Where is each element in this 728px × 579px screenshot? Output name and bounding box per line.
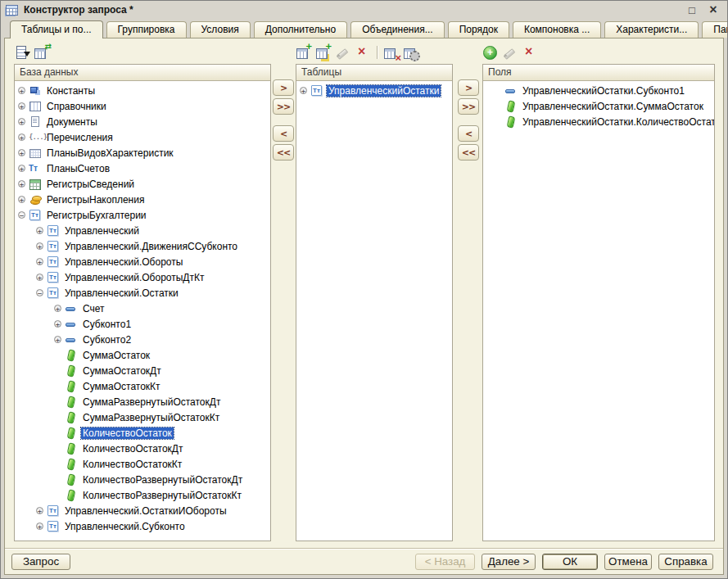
add-description-table-button[interactable]	[315, 45, 332, 60]
query-text-button[interactable]	[14, 45, 30, 60]
fields-list[interactable]: УправленческийОстатки.Субконто1 Управлен…	[483, 81, 714, 541]
edit-field-button[interactable]	[502, 45, 518, 60]
tree-item[interactable]: − Управленческий.Остатки	[15, 285, 270, 301]
tree-item-label: КоличествоОстаток	[81, 427, 174, 439]
tree-item[interactable]: + Управленческий	[15, 223, 270, 238]
plus-expander-icon[interactable]: +	[36, 507, 43, 514]
tree-item[interactable]: + Управленческий.ОстаткиИОбороты	[15, 503, 270, 518]
plus-expander-icon[interactable]: +	[54, 320, 61, 328]
plus-expander-icon[interactable]: +	[36, 227, 43, 234]
tree-item[interactable]: КоличествоОстаток	[15, 425, 270, 441]
plus-expander-icon[interactable]: +	[36, 258, 43, 265]
tree-item[interactable]: + Перечисления	[15, 129, 270, 145]
database-tree[interactable]: + Константы + Справочники + Документы +	[15, 81, 270, 541]
back-button[interactable]: < Назад	[415, 554, 475, 570]
replace-table-button[interactable]	[383, 45, 400, 60]
tab-query-batch[interactable]: Пакет запрос...	[702, 21, 728, 38]
query-button[interactable]: Запрос	[11, 554, 70, 570]
tab-tables-fields[interactable]: Таблицы и по...	[10, 20, 103, 38]
minus-expander-icon[interactable]: −	[36, 289, 43, 296]
cancel-button[interactable]: Отмена	[604, 554, 652, 570]
close-button[interactable]: ×	[706, 2, 721, 17]
delete-table-button[interactable]	[355, 45, 371, 60]
resource-icon	[504, 100, 518, 112]
acc-register-icon	[47, 240, 60, 252]
tree-item-label: Субконто2	[81, 334, 133, 346]
tree-item[interactable]: КоличествоРазвернутыйОстатокДт	[15, 472, 270, 487]
tab-unions[interactable]: Объединения...	[350, 21, 445, 38]
move-field-right-button[interactable]: >	[458, 79, 479, 96]
help-button[interactable]: Справка	[658, 554, 713, 570]
tree-item[interactable]: + Управленческий.Обороты	[15, 254, 270, 269]
plus-expander-icon[interactable]: +	[18, 118, 25, 125]
tree-item[interactable]: + Документы	[15, 114, 270, 129]
tree-item-label: Управленческий.Остатки	[63, 287, 180, 299]
plus-expander-icon[interactable]: +	[18, 180, 25, 188]
tree-item[interactable]: + ПланыСчетов	[15, 161, 270, 176]
add-field-button[interactable]	[482, 45, 499, 60]
tab-grouping[interactable]: Группировка	[106, 21, 187, 38]
plus-expander-icon[interactable]: +	[300, 87, 307, 94]
tab-order[interactable]: Порядок	[448, 21, 509, 38]
tree-item[interactable]: КоличествоОстатокДт	[15, 441, 270, 456]
tab-additional[interactable]: Дополнительно	[254, 21, 347, 38]
tree-item[interactable]: + ПланыВидовХарактеристик	[15, 145, 270, 161]
tree-item[interactable]: КоличествоРазвернутыйОстатокКт	[15, 487, 270, 503]
tree-item[interactable]: + Субконто2	[15, 332, 270, 347]
field-list-item[interactable]: УправленческийОстатки.СуммаОстаток	[483, 98, 714, 114]
move-all-tables-left-button[interactable]: <<	[273, 144, 294, 161]
tab-characteristics[interactable]: Характеристи...	[604, 21, 699, 38]
tree-item[interactable]: + Константы	[15, 83, 270, 98]
move-table-left-button[interactable]: <	[273, 125, 294, 142]
plus-expander-icon[interactable]: +	[54, 305, 61, 312]
field-list-item[interactable]: УправленческийОстатки.Субконто1	[483, 83, 714, 98]
virtual-table-parameters-button[interactable]	[403, 45, 419, 60]
tree-item[interactable]: СуммаРазвернутыйОстатокКт	[15, 409, 270, 425]
delete-field-button[interactable]	[522, 45, 538, 60]
plus-expander-icon[interactable]: +	[36, 242, 43, 250]
field-list-item[interactable]: УправленческийОстатки.КоличествоОстаток	[483, 114, 714, 129]
plus-expander-icon[interactable]: +	[18, 165, 25, 172]
tree-item[interactable]: + РегистрыНакопления	[15, 192, 270, 207]
tree-item[interactable]: + Управленческий.Субконто	[15, 518, 270, 534]
tab-composition[interactable]: Компоновка ...	[513, 21, 601, 38]
plus-expander-icon[interactable]: +	[36, 522, 43, 530]
maximize-button[interactable]: □	[685, 2, 699, 17]
plus-expander-icon[interactable]: +	[18, 196, 25, 203]
tree-item[interactable]: + РегистрыСведений	[15, 176, 270, 192]
tab-conditions[interactable]: Условия	[190, 21, 251, 38]
tree-item[interactable]: + Субконто1	[15, 316, 270, 332]
tree-item[interactable]: + Управленческий.ДвиженияССубконто	[15, 238, 270, 254]
plus-expander-icon[interactable]: +	[36, 274, 43, 281]
edit-table-button[interactable]	[335, 45, 351, 60]
move-all-fields-left-button[interactable]: <<	[458, 144, 479, 161]
tree-item[interactable]: + Справочники	[15, 98, 270, 114]
tree-item[interactable]: КоличествоОстатокКт	[15, 456, 270, 472]
tables-and-fields-page: База данных + Константы + Справочники + …	[4, 38, 724, 575]
plus-expander-icon[interactable]: +	[18, 133, 25, 141]
add-table-button[interactable]	[296, 45, 312, 60]
plus-expander-icon[interactable]: +	[18, 87, 25, 94]
minus-expander-icon[interactable]: −	[18, 211, 25, 219]
plus-expander-icon[interactable]: +	[18, 149, 25, 156]
move-all-tables-right-button[interactable]: >>	[273, 98, 294, 115]
next-button[interactable]: Далее >	[482, 554, 536, 570]
table-list-item[interactable]: + УправленческийОстатки	[296, 83, 452, 98]
move-all-fields-right-button[interactable]: >>	[458, 98, 479, 115]
tree-item[interactable]: СуммаОстаток	[15, 347, 270, 363]
tree-item[interactable]: СуммаОстатокДт	[15, 363, 270, 378]
ok-button[interactable]: ОК	[542, 554, 598, 570]
refresh-database-button[interactable]	[34, 45, 50, 60]
tables-list[interactable]: + УправленческийОстатки	[296, 81, 452, 541]
tree-item[interactable]: − РегистрыБухгалтерии	[15, 207, 270, 223]
tree-item[interactable]: + Управленческий.ОборотыДтКт	[15, 269, 270, 285]
move-field-left-button[interactable]: <	[458, 125, 479, 142]
tree-item[interactable]: + Счет	[15, 301, 270, 316]
move-table-right-button[interactable]: >	[273, 79, 294, 96]
plus-expander-icon[interactable]: +	[54, 336, 61, 343]
tree-item[interactable]: СуммаОстатокКт	[15, 378, 270, 394]
acc-register-icon	[29, 209, 42, 221]
tree-item-label: КоличествоОстатокКт	[81, 459, 183, 470]
plus-expander-icon[interactable]: +	[18, 102, 25, 110]
tree-item[interactable]: СуммаРазвернутыйОстатокДт	[15, 394, 270, 409]
